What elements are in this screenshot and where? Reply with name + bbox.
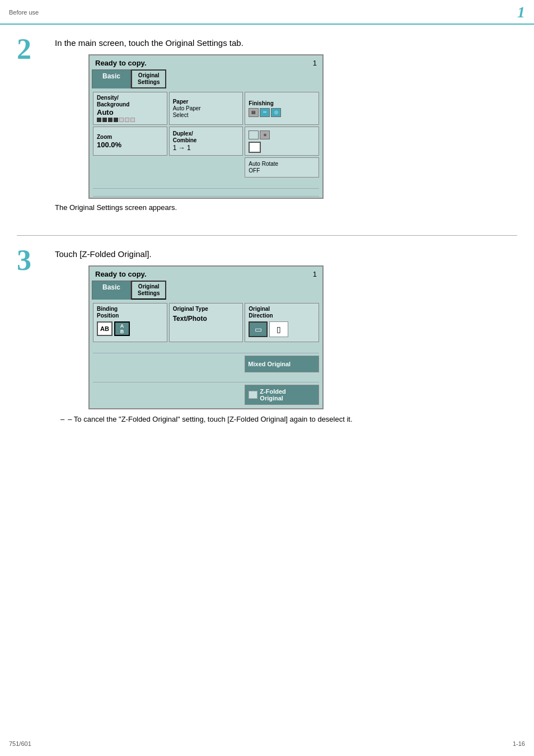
screen1-tab-basic[interactable]: Basic <box>92 69 131 88</box>
main-content: 2 In the main screen, touch the Original… <box>0 25 534 446</box>
screen2-mixed-original-btn[interactable]: Mixed Original <box>245 356 319 372</box>
seg5 <box>119 118 124 122</box>
screen1-duplex-value: 1 → 1 <box>173 144 191 152</box>
screen1-density-cell[interactable]: Density/Background Auto <box>93 92 167 125</box>
step-divider <box>17 235 517 236</box>
screen1-grid: Density/Background Auto <box>90 90 322 180</box>
screen1-finishing-cell[interactable]: Finishing ▤ ✂ ◎ <box>245 92 319 125</box>
screen1-auto-rotate-label: Auto RotateOFF <box>249 161 278 174</box>
note-dash: – <box>60 415 64 423</box>
footer-left: 751/601 <box>9 740 31 747</box>
screen2-ab-icons: AB AB <box>97 321 130 336</box>
step2-instruction: In the main screen, touch the Original S… <box>55 38 517 48</box>
screen2-direction-icons: ▭ ▯ <box>249 321 288 337</box>
screen2-tabs: Basic OriginalSettings <box>90 281 322 300</box>
note-content: – To cancel the "Z-Folded Original" sett… <box>68 415 352 423</box>
step2-content: In the main screen, touch the Original S… <box>55 34 517 222</box>
screen2-orig-dir-cell[interactable]: OriginalDirection ▭ ▯ <box>245 303 319 342</box>
finish-icon5: ≡ <box>260 130 270 139</box>
footer: 751/601 1-16 <box>9 740 525 747</box>
zfolded-icon <box>249 391 257 399</box>
screen1-finishing-icons-row2: ≡ <box>249 130 270 139</box>
screen1-zoom-label: Zoom <box>97 134 112 141</box>
header-section-label: Before use <box>9 9 39 16</box>
seg3 <box>108 118 113 122</box>
screen2-spacer <box>93 356 243 372</box>
screen1: Ready to copy. 1 Basic OriginalSettings … <box>88 54 324 199</box>
step3-instruction: Touch [Z-Folded Original]. <box>55 249 517 259</box>
screen2-orig-dir-label: OriginalDirection <box>249 306 273 319</box>
screen1-density-value: Auto <box>97 108 114 116</box>
empty-row2 <box>93 189 319 197</box>
footer-right: 1-16 <box>513 740 525 747</box>
screen2-mid-rows <box>90 344 322 354</box>
screen2-spacer2 <box>93 385 243 405</box>
screen2-titlebar: Ready to copy. 1 <box>90 267 322 281</box>
screen2-binding-cell[interactable]: BindingPosition AB AB <box>93 303 167 342</box>
ab-box-1: AB <box>97 321 113 336</box>
screen2-tab-basic[interactable]: Basic <box>92 281 131 300</box>
mid-row1 <box>93 346 319 353</box>
screen1-density-label: Density/Background <box>97 95 129 108</box>
screen1-zoom-cell[interactable]: Zoom 100.0% <box>93 127 167 156</box>
dir-icon-landscape[interactable]: ▭ <box>249 321 268 337</box>
zfolded-label: Z-FoldedOriginal <box>260 388 285 402</box>
screen1-tabs: Basic OriginalSettings <box>90 69 322 88</box>
screen1-paper-label: Paper <box>173 99 189 105</box>
screen2-title: Ready to copy. <box>95 270 147 278</box>
screen1-zoom-value: 100.0% <box>97 141 121 149</box>
screen2-pagenum: 1 <box>313 270 317 278</box>
screen2-binding-label: BindingPosition <box>97 306 119 319</box>
seg7 <box>130 118 135 122</box>
finish-icon2: ✂ <box>260 108 270 117</box>
spacer-row1 <box>93 375 319 382</box>
step3-content: Touch [Z-Folded Original]. Ready to copy… <box>55 245 517 423</box>
screen2-tab-original[interactable]: OriginalSettings <box>131 281 166 300</box>
step3-section: 3 Touch [Z-Folded Original]. Ready to co… <box>17 245 517 423</box>
step2-number: 2 <box>17 34 45 222</box>
step3-note-text: – – To cancel the "Z-Folded Original" se… <box>60 415 517 423</box>
step2-section: 2 In the main screen, touch the Original… <box>17 34 517 222</box>
screen1-pagenum: 1 <box>313 59 317 67</box>
screen1-finishing-bottom-cell[interactable]: ≡ <box>245 127 319 156</box>
screen2-orig-type-cell[interactable]: Original Type Text/Photo <box>169 303 243 342</box>
header: Before use 1 <box>0 0 534 25</box>
screen1-duplex-label: Duplex/Combine <box>173 130 197 144</box>
screen1-empty-rows <box>90 180 322 198</box>
screen2-bottom-grid: Mixed Original <box>90 354 322 374</box>
screen1-tab-original[interactable]: OriginalSettings <box>131 69 166 88</box>
ab-box-2: AB <box>114 321 130 336</box>
seg2 <box>102 118 107 122</box>
header-page-number: 1 <box>517 3 525 21</box>
finish-icon4 <box>249 130 259 139</box>
screen2-zfolded-btn[interactable]: Z-FoldedOriginal <box>245 385 319 405</box>
screen2-orig-type-value: Text/Photo <box>173 315 207 323</box>
screen2: Ready to copy. 1 Basic OriginalSettings … <box>88 265 324 409</box>
finish-icon3: ◎ <box>271 108 281 117</box>
screen1-finishing-label: Finishing <box>249 100 273 107</box>
screen1-paper-value: Auto PaperSelect <box>173 105 201 119</box>
screen2-spacer-rows <box>90 374 322 384</box>
mixed-original-label: Mixed Original <box>248 361 291 367</box>
step3-note: – – To cancel the "Z-Folded Original" se… <box>55 415 517 423</box>
finish-icon1: ▤ <box>249 108 259 117</box>
screen2-grid: BindingPosition AB AB Original Type Text… <box>90 301 322 344</box>
screen1-paper-cell[interactable]: Paper Auto PaperSelect <box>169 92 243 125</box>
dir-icon-portrait[interactable]: ▯ <box>269 321 288 337</box>
screen1-finishing-icons: ▤ ✂ ◎ <box>249 107 281 117</box>
screen2-zfolded-grid: Z-FoldedOriginal <box>90 384 322 408</box>
screen1-duplex-cell[interactable]: Duplex/Combine 1 → 1 <box>169 127 243 156</box>
screen2-orig-type-label: Original Type <box>173 306 208 312</box>
seg1 <box>97 118 101 122</box>
empty-row1 <box>93 181 319 189</box>
step2-appears-text: The Original Settings screen appears. <box>55 203 517 212</box>
screen1-titlebar: Ready to copy. 1 <box>90 55 322 69</box>
seg4 <box>114 118 118 122</box>
step3-number: 3 <box>17 245 45 423</box>
screen1-spacer <box>93 157 243 178</box>
screen1-density-bar <box>97 118 135 122</box>
screen1-auto-rotate-cell[interactable]: Auto RotateOFF <box>245 157 319 178</box>
screen1-title: Ready to copy. <box>95 59 147 67</box>
finish-icon-box <box>249 142 261 153</box>
seg6 <box>125 118 129 122</box>
